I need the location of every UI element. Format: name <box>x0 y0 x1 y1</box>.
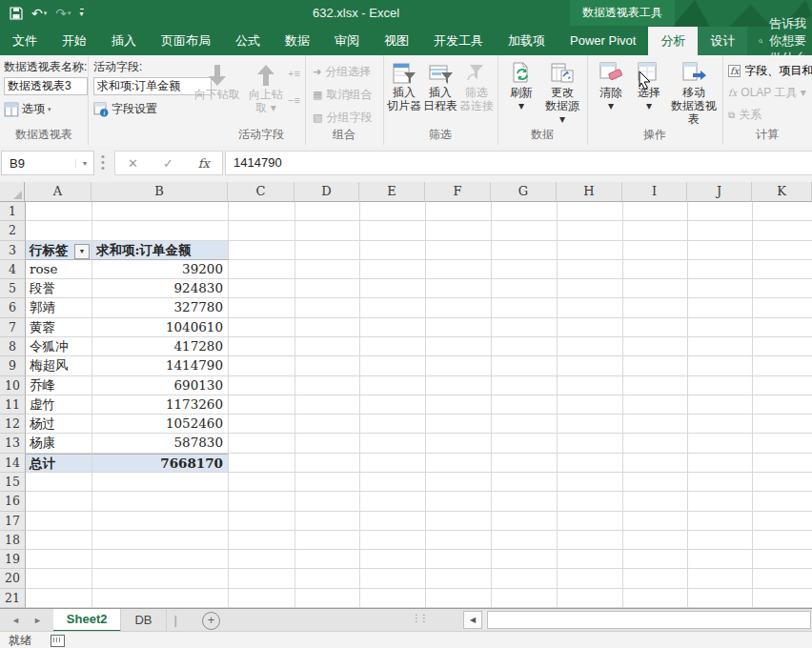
cell-E3[interactable] <box>360 241 426 260</box>
tab-加载项[interactable]: 加载项 <box>496 27 558 55</box>
row-header-12[interactable]: 12 <box>0 415 26 434</box>
cell-H11[interactable] <box>558 395 623 415</box>
cell-A16[interactable] <box>26 492 92 511</box>
cell-I6[interactable] <box>623 298 688 317</box>
cell-F9[interactable] <box>426 356 492 375</box>
cell-E21[interactable] <box>360 589 426 608</box>
cell-J17[interactable] <box>688 512 753 531</box>
formula-bar-handle[interactable]: ••• <box>101 153 105 171</box>
cell-E19[interactable] <box>360 550 426 569</box>
cell-D20[interactable] <box>295 569 360 588</box>
cell-K12[interactable] <box>753 415 812 434</box>
cell-C9[interactable] <box>229 356 295 375</box>
cell-B14[interactable]: 7668170 <box>92 454 229 473</box>
undo-caret-icon[interactable]: ▾ <box>44 0 48 27</box>
cell-B18[interactable] <box>92 531 229 550</box>
cell-J8[interactable] <box>688 337 753 356</box>
row-header-11[interactable]: 11 <box>0 395 26 415</box>
macro-record-icon[interactable] <box>51 635 65 647</box>
cell-F16[interactable] <box>426 492 492 511</box>
cell-K8[interactable] <box>753 337 812 356</box>
cell-H2[interactable] <box>558 221 623 240</box>
row-header-1[interactable]: 1 <box>0 202 26 221</box>
expand-field-button[interactable]: +≡ <box>288 67 300 81</box>
cell-K20[interactable] <box>753 569 812 588</box>
cell-C18[interactable] <box>229 531 295 550</box>
cell-K13[interactable] <box>753 434 812 453</box>
cell-E10[interactable] <box>360 376 426 395</box>
olap-tools-button[interactable]: fx OLAP 工具 ▾ <box>728 85 812 101</box>
cell-F8[interactable] <box>426 337 492 356</box>
cell-J10[interactable] <box>688 376 753 395</box>
cell-F1[interactable] <box>426 202 492 221</box>
cell-J11[interactable] <box>688 395 753 415</box>
cell-K6[interactable] <box>753 298 812 317</box>
sheet-prev-icon[interactable]: ◄ <box>11 616 20 625</box>
cell-J2[interactable] <box>688 221 753 240</box>
name-box-caret-icon[interactable]: ▾ <box>75 159 93 168</box>
row-header-19[interactable]: 19 <box>0 550 26 569</box>
cell-K4[interactable] <box>753 260 812 279</box>
cell-B2[interactable] <box>92 221 229 240</box>
cell-B4[interactable]: 39200 <box>92 260 229 279</box>
cell-C19[interactable] <box>229 550 295 569</box>
cell-G6[interactable] <box>492 298 558 317</box>
cell-G17[interactable] <box>492 512 558 531</box>
tab-公式[interactable]: 公式 <box>223 27 273 55</box>
fields-items-sets-button[interactable]: fx 字段、项目和 <box>728 63 812 79</box>
cell-G21[interactable] <box>492 589 558 608</box>
cell-B12[interactable]: 1052460 <box>92 415 229 434</box>
cell-C10[interactable] <box>229 376 295 395</box>
cell-I3[interactable] <box>623 241 688 260</box>
redo-button[interactable]: ↷▾ <box>55 0 71 27</box>
cell-B17[interactable] <box>92 512 229 531</box>
cell-H15[interactable] <box>558 473 623 492</box>
tab-开发工具[interactable]: 开发工具 <box>421 27 496 55</box>
cell-G15[interactable] <box>492 473 558 492</box>
cell-K9[interactable] <box>753 356 812 375</box>
cell-J7[interactable] <box>688 318 753 337</box>
tab-插入[interactable]: 插入 <box>99 27 149 55</box>
column-header-A[interactable]: A <box>25 182 91 202</box>
hscroll-left-arrow[interactable]: ◀ <box>463 611 482 629</box>
cell-B7[interactable]: 1040610 <box>92 318 229 337</box>
cell-I15[interactable] <box>623 473 688 492</box>
cell-A3[interactable]: 行标签▼ <box>26 241 92 260</box>
column-header-H[interactable]: H <box>557 182 622 202</box>
cell-J14[interactable] <box>688 454 753 473</box>
cell-D4[interactable] <box>295 260 360 279</box>
cell-A18[interactable] <box>26 531 92 550</box>
cell-E16[interactable] <box>360 492 426 511</box>
cell-H3[interactable] <box>558 241 623 260</box>
cell-C15[interactable] <box>229 473 295 492</box>
sheet-next-icon[interactable]: ► <box>33 616 42 625</box>
cell-A13[interactable]: 杨康 <box>26 434 92 453</box>
row-header-18[interactable]: 18 <box>0 531 26 550</box>
cell-F3[interactable] <box>426 241 492 260</box>
cell-G8[interactable] <box>492 337 558 356</box>
row-header-21[interactable]: 21 <box>0 589 26 608</box>
cell-I10[interactable] <box>623 376 688 395</box>
cell-H8[interactable] <box>558 337 623 356</box>
cell-C1[interactable] <box>229 202 295 221</box>
cell-A2[interactable] <box>26 221 92 240</box>
cell-I9[interactable] <box>623 356 688 375</box>
insert-slicer-button[interactable]: 插入 切片器 <box>386 61 422 112</box>
column-header-G[interactable]: G <box>491 182 557 202</box>
cell-A10[interactable]: 乔峰 <box>26 376 92 395</box>
relationships-button[interactable]: ⧉ 关系 <box>728 107 812 123</box>
cell-G18[interactable] <box>492 531 558 550</box>
row-header-17[interactable]: 17 <box>0 512 26 531</box>
tab-开始[interactable]: 开始 <box>50 27 99 55</box>
enter-icon[interactable]: ✓ <box>163 156 173 171</box>
cell-I12[interactable] <box>623 415 688 434</box>
row-header-7[interactable]: 7 <box>0 318 26 337</box>
cell-J18[interactable] <box>688 531 753 550</box>
undo-button[interactable]: ↶▾ <box>31 0 47 27</box>
cell-E6[interactable] <box>360 298 426 317</box>
cell-F20[interactable] <box>426 569 492 588</box>
cell-A8[interactable]: 令狐冲 <box>26 337 92 356</box>
cell-E12[interactable] <box>360 415 426 434</box>
cell-C8[interactable] <box>229 337 295 356</box>
cell-E8[interactable] <box>360 337 426 356</box>
